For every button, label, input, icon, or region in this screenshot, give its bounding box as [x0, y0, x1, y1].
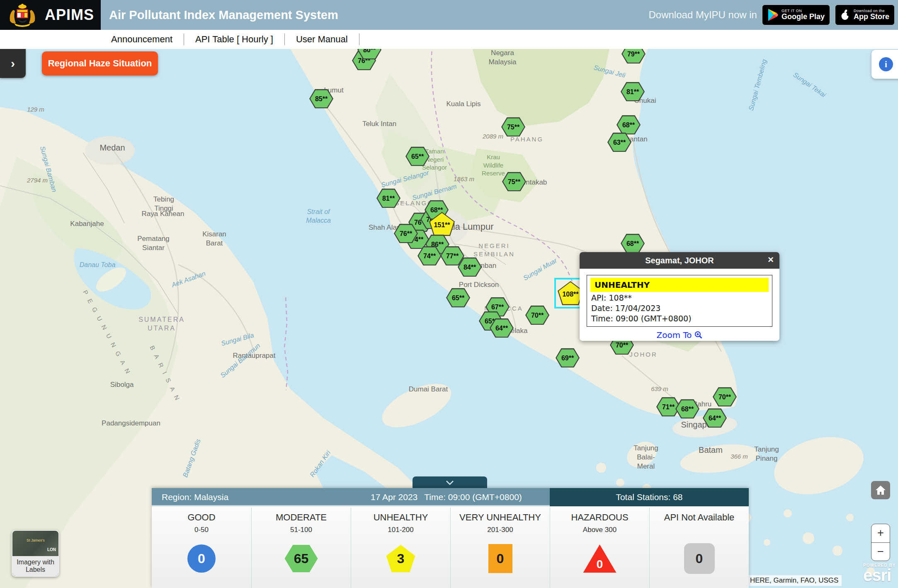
marker-value: 68** — [622, 121, 635, 129]
legend-categories: GOOD0-500Station(s)MODERATE51-10065Stati… — [152, 508, 749, 588]
api-marker[interactable]: 65** — [446, 288, 470, 308]
api-marker[interactable]: 70** — [713, 387, 737, 407]
category-range: Above 300 — [550, 526, 649, 534]
info-icon[interactable]: i — [879, 57, 893, 71]
api-marker[interactable]: 76** — [394, 224, 418, 243]
zoom-in-button[interactable]: + — [871, 524, 890, 543]
category-shape-circle: 0 — [187, 544, 216, 573]
marker-value: 70** — [718, 393, 731, 401]
api-marker[interactable]: 81** — [376, 189, 400, 208]
esri-logo: POWERED BY esri — [863, 563, 896, 583]
api-marker[interactable]: 65** — [405, 147, 430, 166]
category-shape-wrap: 0 — [550, 542, 649, 576]
chevron-down-icon — [445, 480, 455, 485]
category-name: GOOD — [152, 512, 251, 523]
marker-value: 68** — [681, 405, 694, 413]
thumb-place-label: St James's — [27, 538, 45, 542]
nav-item-user-manual[interactable]: User Manual — [285, 34, 359, 45]
category-range: 51-100 — [252, 526, 351, 534]
api-marker[interactable]: 80** — [357, 49, 381, 60]
zoom-control: + − — [871, 524, 890, 561]
home-button[interactable] — [871, 481, 890, 499]
marker-value: 68** — [626, 240, 639, 247]
legend-time: Time: 09:00 (GMT+0800) — [424, 492, 522, 502]
marker-value: 74** — [423, 252, 436, 260]
category-range: 201-300 — [451, 526, 550, 534]
marker-value: 79** — [627, 50, 640, 58]
status-badge: UNHEALTHY — [590, 278, 769, 292]
category-count: 0 — [497, 551, 504, 566]
api-marker[interactable]: 63** — [607, 133, 631, 152]
google-play-icon — [767, 9, 778, 21]
popup-title: Segamat, JOHOR — [645, 256, 714, 265]
zoom-out-button[interactable]: − — [871, 543, 890, 561]
google-play-badge[interactable]: GET IT ON Google Play — [762, 5, 830, 25]
nav-item-announcement[interactable]: Announcement — [111, 34, 184, 45]
api-marker[interactable]: 69** — [556, 348, 580, 368]
category-shape-pentagon: 3 — [386, 545, 415, 572]
api-marker[interactable]: 75** — [502, 172, 526, 192]
api-marker[interactable]: 74** — [417, 246, 442, 266]
legend-category-api-not-available: API Not Available0Station(s) — [649, 508, 749, 588]
logo-block: APIMS — [0, 0, 101, 30]
marker-value: 80** — [363, 49, 376, 53]
nav-item-api-table-hourly-[interactable]: API Table [ Hourly ] — [184, 34, 284, 45]
download-label: Download MyIPU now in — [649, 9, 757, 21]
category-count: 0 — [597, 558, 603, 571]
api-marker[interactable]: 75** — [501, 117, 525, 137]
app-store-name: App Store — [854, 13, 889, 21]
basemap-toggle[interactable]: St James's LON Imagery with Labels — [12, 530, 59, 577]
legend-region: Region: Malaysia — [162, 488, 228, 506]
nav-divider — [359, 34, 359, 45]
marker-value: 70** — [616, 341, 628, 349]
marker-value: 84** — [464, 263, 476, 271]
app-store-badge[interactable]: Download on the App Store — [835, 5, 895, 25]
menu-bar: AnnouncementAPI Table [ Hourly ]User Man… — [0, 30, 898, 49]
api-marker[interactable]: 64** — [703, 408, 727, 428]
chevron-right-icon: › — [11, 56, 15, 70]
zoom-to-link[interactable]: Zoom To — [580, 330, 779, 340]
api-marker[interactable]: 70** — [525, 306, 549, 325]
home-icon — [875, 485, 886, 495]
sidebar-expand-tab[interactable]: › — [0, 49, 26, 78]
category-shape-wrap: 0 — [451, 542, 550, 576]
apims-app: MedanTebing TinggiRaya KaheanKabanjahePe… — [0, 0, 898, 588]
legend-header: Region: Malaysia 17 Apr 2023 Time: 09:00… — [152, 488, 749, 506]
apple-icon — [840, 9, 850, 21]
category-name: API Not Available — [650, 512, 749, 523]
category-shape-square: 0 — [488, 544, 512, 573]
category-name: HAZARDOUS — [550, 512, 649, 523]
api-marker[interactable]: 151** — [429, 212, 455, 236]
api-marker[interactable]: 79** — [621, 49, 646, 64]
malaysia-coat-of-arms — [5, 2, 40, 27]
api-marker[interactable]: 64** — [490, 318, 514, 338]
category-shape-triangle: 0 — [583, 544, 616, 573]
legend-collapse-tab[interactable] — [413, 476, 487, 488]
api-marker[interactable]: 84** — [458, 258, 482, 277]
close-icon[interactable]: × — [768, 254, 774, 266]
marker-value: 85** — [315, 95, 328, 102]
api-marker[interactable]: 68** — [621, 234, 645, 253]
magnifier-plus-icon — [694, 331, 703, 339]
popup-header: Segamat, JOHOR × — [580, 252, 779, 269]
map-attribution: ri, HERE, Garmin, FAO, USGS — [739, 575, 842, 586]
google-play-name: Google Play — [782, 13, 825, 21]
legend-category-hazardous: HAZARDOUSAbove 3000Station(s) — [550, 508, 649, 588]
api-marker[interactable]: 68** — [616, 115, 641, 135]
station-popup: Segamat, JOHOR × UNHEALTHY API: 108** Da… — [580, 252, 779, 341]
top-header-bar: APIMS Air Pollutant Index Management Sys… — [0, 0, 898, 30]
category-name: VERY UNHEALTHY — [451, 512, 550, 523]
category-count: 0 — [198, 551, 205, 566]
download-area: Download MyIPU now in GET IT ON Google P… — [649, 0, 895, 30]
legend-category-good: GOOD0-500Station(s) — [152, 508, 251, 588]
category-range: 0-50 — [152, 526, 251, 534]
legend-panel: Region: Malaysia 17 Apr 2023 Time: 09:00… — [152, 488, 749, 588]
app-brand: APIMS — [45, 6, 94, 24]
marker-value: 151** — [434, 221, 450, 229]
api-marker[interactable]: 85** — [309, 89, 333, 109]
api-marker[interactable]: 81** — [621, 82, 645, 102]
marker-value: 67** — [491, 303, 504, 311]
api-marker[interactable]: 68** — [675, 399, 699, 419]
marker-value: 63** — [613, 138, 626, 146]
regional-haze-button[interactable]: Regional Haze Situation — [42, 51, 158, 75]
